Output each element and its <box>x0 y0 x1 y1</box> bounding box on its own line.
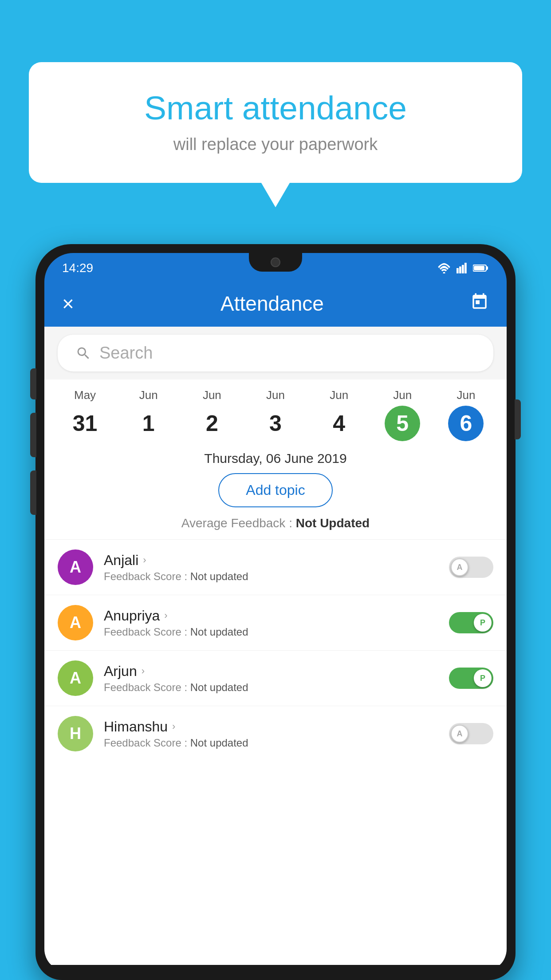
calendar-icon[interactable] <box>470 292 489 315</box>
speech-bubble: Smart attendance will replace your paper… <box>29 62 522 183</box>
app-bar: × Attendance <box>44 281 507 327</box>
speech-bubble-container: Smart attendance will replace your paper… <box>29 62 522 183</box>
date-jun-2[interactable]: Jun 2 <box>180 388 244 441</box>
date-jun-3[interactable]: Jun 3 <box>244 388 307 441</box>
svg-rect-1 <box>459 266 461 273</box>
student-info-arjun: Arjun › Feedback Score : Not updated <box>104 663 438 694</box>
date-jun-4[interactable]: Jun 4 <box>307 388 371 441</box>
signal-icon <box>456 263 468 273</box>
avatar-himanshu: H <box>58 716 93 751</box>
student-list: A Anjali › Feedback Score : Not updated … <box>44 539 507 761</box>
attendance-toggle-anupriya[interactable]: P <box>449 612 493 633</box>
search-placeholder: Search <box>99 344 153 363</box>
phone-screen: 14:29 <box>44 253 507 971</box>
chevron-right-icon: › <box>172 721 175 732</box>
chevron-right-icon: › <box>142 665 145 677</box>
chevron-right-icon: › <box>143 554 146 566</box>
chevron-right-icon: › <box>164 610 167 621</box>
student-item-anjali[interactable]: A Anjali › Feedback Score : Not updated … <box>44 539 507 595</box>
screen-content: Search May 31 Jun 1 Jun 2 Jun <box>44 327 507 965</box>
battery-icon <box>473 263 489 273</box>
student-info-anjali: Anjali › Feedback Score : Not updated <box>104 552 438 583</box>
search-bar-container: Search <box>44 327 507 379</box>
svg-rect-2 <box>462 265 464 273</box>
date-strip: May 31 Jun 1 Jun 2 Jun 3 Jun 4 <box>44 379 507 446</box>
avatar-anjali: A <box>58 549 93 585</box>
date-jun-5[interactable]: Jun 5 <box>371 388 434 441</box>
search-icon <box>75 345 91 361</box>
student-feedback-arjun: Feedback Score : Not updated <box>104 681 438 694</box>
wifi-icon <box>437 263 451 273</box>
avatar-anupriya: A <box>58 605 93 640</box>
avg-feedback-label: Average Feedback : <box>181 516 296 530</box>
attendance-toggle-arjun[interactable]: P <box>449 668 493 689</box>
add-topic-button[interactable]: Add topic <box>218 473 332 507</box>
student-info-anupriya: Anupriya › Feedback Score : Not updated <box>104 608 438 638</box>
close-button[interactable]: × <box>62 292 74 316</box>
attendance-toggle-himanshu[interactable]: A <box>449 723 493 744</box>
svg-rect-5 <box>486 266 488 270</box>
app-bar-title: Attendance <box>220 292 324 316</box>
avatar-arjun: A <box>58 660 93 696</box>
student-feedback-anupriya: Feedback Score : Not updated <box>104 626 438 638</box>
date-jun-6[interactable]: Jun 6 <box>434 388 498 441</box>
selected-date-label: Thursday, 06 June 2019 <box>44 446 507 473</box>
student-name-anupriya: Anupriya › <box>104 608 438 624</box>
student-item-anupriya[interactable]: A Anupriya › Feedback Score : Not update… <box>44 595 507 650</box>
student-info-himanshu: Himanshu › Feedback Score : Not updated <box>104 719 438 749</box>
student-feedback-anjali: Feedback Score : Not updated <box>104 570 438 583</box>
date-may-31[interactable]: May 31 <box>53 388 117 441</box>
assistant-button <box>30 470 36 515</box>
svg-rect-6 <box>474 266 484 270</box>
student-name-anjali: Anjali › <box>104 552 438 569</box>
volume-down-button <box>30 413 36 457</box>
student-item-arjun[interactable]: A Arjun › Feedback Score : Not updated P <box>44 650 507 706</box>
status-time: 14:29 <box>62 261 93 275</box>
power-button <box>515 399 521 439</box>
notch <box>249 253 302 272</box>
search-input[interactable]: Search <box>58 335 493 371</box>
avg-feedback-value: Not Updated <box>296 516 370 530</box>
student-item-himanshu[interactable]: H Himanshu › Feedback Score : Not update… <box>44 706 507 761</box>
speech-bubble-subtitle: will replace your paperwork <box>60 135 491 154</box>
front-camera <box>271 257 280 267</box>
date-jun-1[interactable]: Jun 1 <box>117 388 180 441</box>
status-icons <box>437 263 489 273</box>
student-feedback-himanshu: Feedback Score : Not updated <box>104 737 438 749</box>
speech-bubble-title: Smart attendance <box>60 89 491 127</box>
avg-feedback: Average Feedback : Not Updated <box>44 516 507 539</box>
svg-rect-3 <box>464 263 467 273</box>
student-name-himanshu: Himanshu › <box>104 719 438 735</box>
phone-frame: 14:29 <box>35 244 516 980</box>
volume-up-button <box>30 368 36 399</box>
svg-rect-0 <box>457 268 459 273</box>
attendance-toggle-anjali[interactable]: A <box>449 557 493 578</box>
student-name-arjun: Arjun › <box>104 663 438 680</box>
